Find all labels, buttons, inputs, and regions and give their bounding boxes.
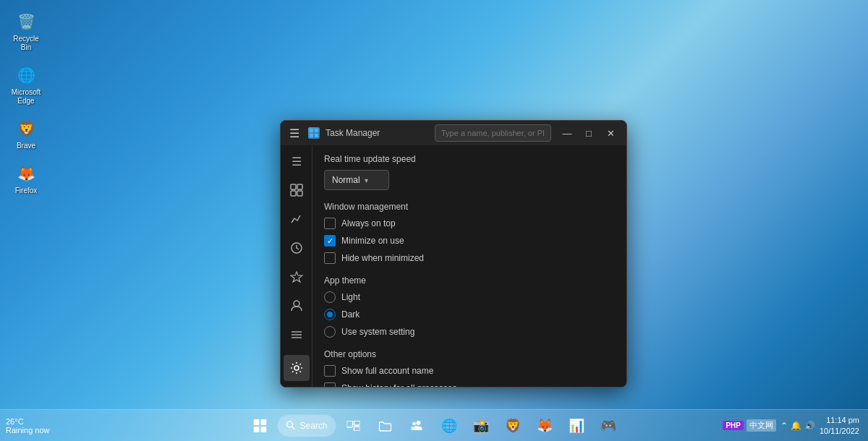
light-label: Light [341,292,360,302]
window-management-section: Window management Always on top Minimize… [324,202,615,264]
taskbar-search-bar[interactable]: Search [277,415,336,437]
svg-marker-9 [291,272,302,282]
update-speed-value: Normal [332,175,360,185]
taskview-button[interactable] [339,412,368,440]
history-all-processes-label: Show history for all processes [341,383,456,387]
hide-when-minimized-label: Hide when minimized [341,253,424,263]
php-badge: PHP [723,421,744,430]
update-speed-section: Normal ▾ [324,170,615,190]
sidebar-item-details[interactable] [284,322,310,348]
desktop-icons-container: 🗑️ Recycle Bin 🌐 Microsoft Edge 🦁 Brave … [6,7,46,198]
desktop-icon-firefox[interactable]: 🦊 Firefox [6,159,46,198]
sidebar-item-performance[interactable] [284,206,310,232]
clock-date: 10/11/2022 [820,426,859,436]
checkbox-history-all-processes[interactable]: Show history for all processes [324,382,615,387]
sidebar-item-users[interactable] [284,293,310,319]
notification-icon[interactable]: 🔔 [791,421,801,431]
browser2-button[interactable]: 🦁 [498,412,527,440]
firefox-label: Firefox [15,187,38,195]
teams-button[interactable] [403,412,432,440]
radio-light[interactable]: Light [324,291,615,303]
start-button[interactable] [245,412,274,440]
hide-when-minimized-checkbox[interactable] [324,252,336,264]
svg-line-20 [292,427,294,429]
minimize-on-use-checkbox[interactable] [324,235,336,247]
recycle-bin-label: Recycle Bin [9,35,43,52]
svg-point-14 [294,366,299,370]
checkbox-minimize-on-use[interactable]: Minimize on use [324,235,615,247]
desktop-icon-recycle-bin[interactable]: 🗑️ Recycle Bin [6,7,46,55]
svg-rect-5 [297,184,302,189]
sidebar-item-settings[interactable] [284,355,310,381]
history-all-processes-checkbox[interactable] [324,382,336,387]
weather-info: 26°C Raining now [6,417,50,434]
brave-label: Brave [17,142,35,150]
desktop: 🗑️ Recycle Bin 🌐 Microsoft Edge 🦁 Brave … [0,0,868,441]
photos-button[interactable]: 📸 [467,412,495,440]
clock-time: 11:14 pm [826,415,859,425]
sidebar: ☰ [281,145,312,387]
checkbox-full-account-name[interactable]: Show full account name [324,365,615,377]
other-options-section: Other options Show full account name Sho… [324,349,615,387]
sidebar-item-processes[interactable] [284,177,310,203]
window-controls: — □ ✕ [557,123,621,143]
edge-button[interactable]: 🌐 [435,412,464,440]
file-explorer-button[interactable] [371,412,400,440]
ms-edge-label: Microsoft Edge [9,88,43,106]
always-on-top-label: Always on top [341,218,396,228]
firefox-taskbar-button[interactable]: 🦊 [530,412,559,440]
window-management-title: Window management [324,202,615,212]
firefox-icon: 🦊 [14,162,38,185]
dark-label: Dark [341,309,359,320]
light-radio[interactable] [324,291,336,303]
minimize-button[interactable]: — [557,123,577,143]
ms-edge-icon: 🌐 [14,64,38,87]
window-body: ☰ [281,145,626,387]
volume-icon[interactable]: 🔊 [804,421,815,431]
tools-button[interactable]: 📊 [562,412,591,440]
sidebar-item-hamburger[interactable]: ☰ [284,148,310,174]
sidebar-item-history[interactable] [284,235,310,261]
svg-rect-23 [354,427,360,431]
search-input[interactable] [435,124,551,142]
system-radio[interactable] [324,326,336,338]
svg-rect-17 [253,427,259,432]
dark-radio[interactable] [324,309,336,320]
app-theme-title: App theme [324,275,615,286]
full-account-name-checkbox[interactable] [324,365,336,377]
svg-rect-4 [291,184,296,189]
svg-rect-22 [354,421,360,425]
taskbar-search-label: Search [299,421,327,431]
checkbox-hide-when-minimized[interactable]: Hide when minimized [324,252,615,264]
clock[interactable]: 11:14 pm 10/11/2022 [820,415,859,436]
extra-button[interactable]: 🎮 [594,412,623,440]
weather-desc: Raining now [6,426,50,434]
close-button[interactable]: ✕ [600,123,621,143]
desktop-icon-brave[interactable]: 🦁 Brave [6,114,46,153]
full-account-name-label: Show full account name [341,366,433,376]
radio-dark[interactable]: Dark [324,309,615,320]
svg-point-25 [412,421,416,425]
taskbar-center: Search [245,412,622,440]
taskbar: 26°C Raining now Search [0,409,868,441]
taskbar-right: PHP 中文网 ⌃ 🔔 🔊 11:14 pm 10/11/2022 [723,415,868,436]
sidebar-item-startup[interactable] [284,264,310,290]
svg-rect-0 [310,129,313,132]
svg-rect-3 [315,134,318,137]
settings-content: Real time update speed Normal ▾ Window m… [312,145,626,387]
chevron-up-icon[interactable]: ⌃ [780,421,788,431]
svg-rect-16 [260,419,266,425]
weather-temp: 26°C [6,417,50,426]
update-speed-title: Real time update speed [324,154,615,164]
window-title: Task Manager [326,128,429,138]
radio-system[interactable]: Use system setting [324,326,615,338]
maximize-button[interactable]: □ [579,123,599,143]
always-on-top-checkbox[interactable] [324,218,336,229]
dropdown-arrow-icon: ▾ [365,176,368,184]
update-speed-dropdown[interactable]: Normal ▾ [324,170,389,190]
checkbox-always-on-top[interactable]: Always on top [324,218,615,229]
svg-point-10 [294,301,299,307]
svg-rect-1 [315,129,318,132]
menu-button[interactable]: ☰ [286,125,302,142]
desktop-icon-ms-edge[interactable]: 🌐 Microsoft Edge [6,61,46,108]
